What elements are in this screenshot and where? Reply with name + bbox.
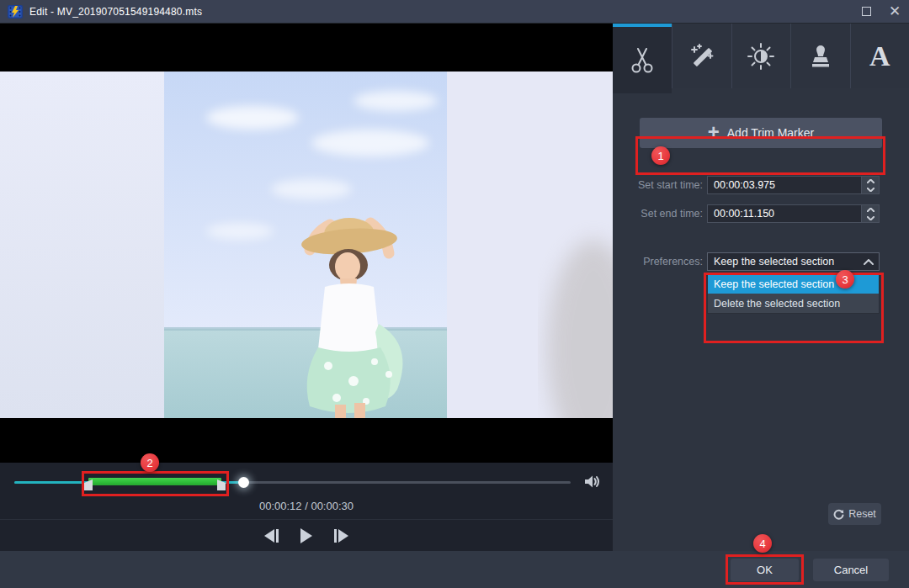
preferences-label: Preferences: bbox=[625, 252, 703, 271]
play-button[interactable] bbox=[300, 527, 312, 544]
plus-icon: + bbox=[708, 122, 720, 142]
trim-selection-bar[interactable] bbox=[88, 478, 221, 485]
end-time-spinner bbox=[861, 205, 879, 222]
scissors-icon bbox=[630, 47, 655, 74]
start-time-input[interactable] bbox=[708, 179, 861, 191]
close-button[interactable]: ✕ bbox=[880, 0, 909, 23]
set-end-time-label: Set end time: bbox=[625, 204, 703, 223]
ok-button[interactable]: OK bbox=[731, 559, 799, 581]
tab-effect[interactable] bbox=[672, 24, 731, 88]
close-icon: ✕ bbox=[889, 4, 901, 19]
next-frame-icon bbox=[338, 529, 348, 543]
preferences-dropdown[interactable]: Keep the selected section bbox=[707, 252, 880, 271]
transport-bar bbox=[0, 519, 613, 551]
set-start-time-label: Set start time: bbox=[625, 176, 703, 194]
start-time-spinner bbox=[861, 177, 879, 193]
maximize-button[interactable] bbox=[852, 0, 880, 23]
cancel-button[interactable]: Cancel bbox=[813, 559, 889, 581]
spinner-up-icon[interactable] bbox=[862, 177, 879, 185]
add-trim-marker-button[interactable]: + Add Trim Marker bbox=[640, 118, 882, 148]
text-icon: A bbox=[869, 40, 890, 72]
app-icon bbox=[8, 4, 23, 19]
spinner-up-icon[interactable] bbox=[862, 205, 879, 214]
step-badge-3: 3 bbox=[836, 270, 854, 289]
edit-panel: A + Add Trim Marker Set start time: Set … bbox=[613, 24, 909, 551]
time-display: 00:00:12 / 00:00:30 bbox=[0, 500, 613, 512]
video-frame-beach-photo bbox=[0, 72, 613, 418]
end-time-input[interactable] bbox=[708, 208, 861, 220]
spinner-down-icon[interactable] bbox=[862, 185, 879, 193]
playhead[interactable] bbox=[238, 477, 249, 488]
dialog-footer: OK Cancel bbox=[0, 551, 909, 588]
brightness-contrast-icon bbox=[747, 42, 775, 71]
tab-text[interactable]: A bbox=[850, 24, 909, 88]
window-title: Edit - MV_201907051549194480.mts bbox=[29, 6, 202, 18]
end-time-field bbox=[707, 204, 880, 223]
tab-adjust[interactable] bbox=[731, 24, 790, 88]
titlebar: Edit - MV_201907051549194480.mts ✕ bbox=[0, 0, 909, 24]
play-icon bbox=[300, 528, 312, 543]
start-time-field bbox=[707, 176, 880, 194]
maximize-icon bbox=[862, 7, 871, 16]
step-badge-4: 4 bbox=[753, 534, 772, 553]
prev-frame-icon bbox=[264, 529, 274, 543]
magic-wand-icon bbox=[688, 43, 715, 70]
step-badge-1: 1 bbox=[651, 146, 670, 165]
tab-watermark[interactable] bbox=[790, 24, 849, 88]
previous-frame-button[interactable] bbox=[264, 527, 279, 544]
spinner-down-icon[interactable] bbox=[862, 214, 879, 222]
tab-trim[interactable] bbox=[613, 24, 672, 93]
reset-icon bbox=[833, 509, 844, 520]
option-delete-selected-section[interactable]: Delete the selected section bbox=[708, 294, 879, 313]
player-controls: 00:00:12 / 00:00:30 bbox=[0, 463, 613, 551]
speaker-icon[interactable] bbox=[584, 474, 601, 489]
chevron-up-icon bbox=[864, 259, 874, 265]
stamp-icon bbox=[809, 43, 832, 70]
step-badge-2: 2 bbox=[141, 453, 159, 472]
edit-dialog-window: Edit - MV_201907051549194480.mts ✕ bbox=[0, 0, 909, 588]
video-preview bbox=[0, 24, 613, 463]
tool-tabs: A bbox=[613, 24, 909, 93]
reset-button[interactable]: Reset bbox=[828, 503, 881, 525]
next-frame-button[interactable] bbox=[334, 527, 348, 544]
